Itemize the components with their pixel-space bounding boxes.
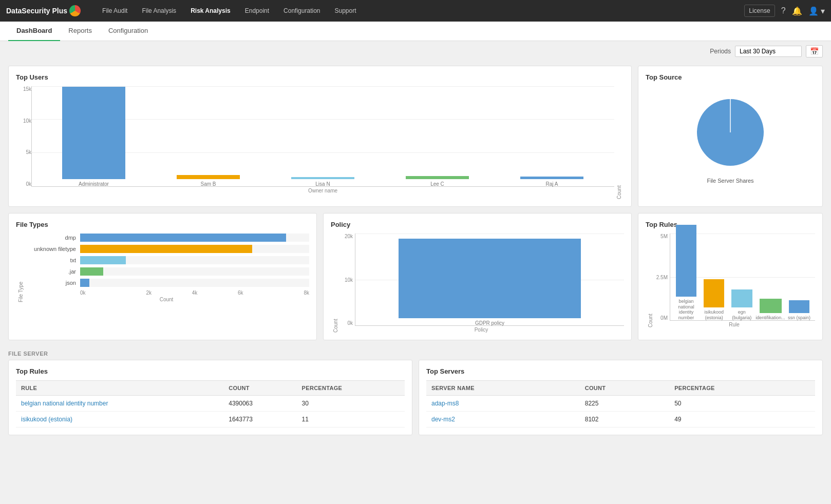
tr-table-count-1: 4390063 (223, 396, 296, 412)
period-input[interactable] (735, 46, 802, 57)
policy-y-axis-title: Count (333, 319, 338, 333)
top-users-title: Top Users (16, 73, 624, 81)
tr-table-col-pct: PERCENTAGE (297, 381, 405, 396)
tu-y-axis-title: Count (616, 185, 622, 199)
nav-file-audit[interactable]: File Audit (96, 4, 134, 17)
tr-x-axis-label: Rule (653, 322, 815, 327)
period-bar: Periods 📅 (0, 41, 831, 62)
tr-table-rule-2-link[interactable]: isikukood (estonia) (21, 416, 72, 423)
tu-bar-administrator (62, 87, 125, 179)
brand-name: DataSecurity Plus (6, 7, 67, 15)
tr-table-rule-1-link[interactable]: belgian national identity number (21, 400, 108, 407)
top-servers-table: SERVER NAME COUNT PERCENTAGE adap-ms8 82… (426, 380, 815, 428)
tr-xlabel-isiku: isikukood (estonia) (700, 309, 728, 321)
brand-logo[interactable]: DataSecurity Plus (6, 5, 81, 16)
policy-card: Policy Count 20k 10k 0k (323, 213, 632, 340)
policy-x-axis-label: Policy (338, 327, 624, 333)
ft-bar-unknown: unknown filetype (24, 245, 309, 253)
calendar-button[interactable]: 📅 (806, 45, 823, 57)
ft-bar-txt: txt (24, 256, 309, 264)
top-row: Top Users 15k 10k 5k 0k (8, 66, 823, 207)
top-rules-table: RULE COUNT PERCENTAGE belgian national i… (16, 380, 405, 428)
tu-ylabel-0k: 0k (26, 181, 31, 187)
pie-chart-label: File Server Shares (707, 178, 753, 184)
tr-y-axis-title: Count (648, 314, 653, 327)
ft-y-axis-title: File Type (18, 282, 24, 302)
tr-table-pct-1: 30 (297, 396, 405, 412)
table-row: adap-ms8 8225 50 (426, 396, 815, 412)
ts-table-pct-1: 50 (669, 396, 815, 412)
ts-table-col-server: SERVER NAME (426, 381, 580, 396)
top-servers-table-title: Top Servers (426, 367, 815, 375)
ts-table-server-1: adap-ms8 (426, 396, 580, 412)
tr-xlabel-ident: identifikation... (756, 315, 785, 321)
nav-endpoint[interactable]: Endpoint (239, 4, 275, 17)
ts-table-count-2: 8102 (580, 412, 669, 428)
brand-icon (69, 5, 81, 16)
period-label: Periods (710, 48, 731, 55)
tr-xlabel-ssn: ssn (spain) (788, 315, 810, 321)
nav-file-analysis[interactable]: File Analysis (136, 4, 182, 17)
tr-table-rule-2: isikukood (estonia) (16, 412, 223, 428)
license-button[interactable]: License (744, 5, 775, 17)
top-navigation: DataSecurity Plus File Audit File Analys… (0, 0, 831, 22)
tu-xlabel-leec: Lee C (430, 181, 444, 187)
tr-xlabel-egn: egn (bulgaria) (728, 309, 756, 321)
table-row: belgian national identity number 4390063… (16, 396, 405, 412)
nav-right-area: License ? 🔔 👤 ▾ (744, 5, 825, 17)
tu-ylabel-15k: 15k (23, 86, 31, 92)
top-rules-chart-title: Top Rules (646, 221, 815, 228)
top-users-card: Top Users 15k 10k 5k 0k (8, 66, 632, 207)
tu-xlabel-lisan: Lisa N (315, 181, 330, 187)
tr-table-pct-2: 11 (297, 412, 405, 428)
nav-menu: File Audit File Analysis Risk Analysis E… (96, 4, 744, 17)
policy-title: Policy (331, 221, 624, 228)
table-row: dev-ms2 8102 49 (426, 412, 815, 428)
tr-table-col-count: COUNT (223, 381, 296, 396)
policy-bar-gdpr (399, 239, 580, 318)
ts-table-server-1-link[interactable]: adap-ms8 (431, 400, 459, 407)
file-server-section-label: FILE SERVER (8, 346, 823, 360)
nav-support[interactable]: Support (329, 4, 363, 17)
ft-bar-json: json (24, 279, 309, 287)
pie-chart-container: File Server Shares (646, 86, 815, 189)
top-rules-chart-card: Top Rules Count 5M 2.5M 0M (638, 213, 823, 340)
tu-ylabel-5k: 5k (26, 149, 31, 155)
nav-risk-analysis[interactable]: Risk Analysis (184, 4, 237, 17)
tr-bar-egn (731, 289, 752, 307)
top-rules-chart: Count 5M 2.5M 0M belgian n (646, 234, 815, 327)
bottom-row: Top Rules RULE COUNT PERCENTAGE belgian … (8, 360, 823, 435)
bell-icon[interactable]: 🔔 (792, 6, 802, 16)
ft-bar-jar: .jar (24, 267, 309, 276)
ts-table-pct-2: 49 (669, 412, 815, 428)
top-rules-table-card: Top Rules RULE COUNT PERCENTAGE belgian … (8, 360, 412, 435)
subnav-dashboard[interactable]: DashBoard (8, 22, 60, 41)
policy-chart: Count 20k 10k 0k GDPR poli (331, 234, 624, 333)
mid-row: File Types File Type dmp (8, 213, 823, 340)
table-row: isikukood (estonia) 1643773 11 (16, 412, 405, 428)
ft-x-axis-label: Count (24, 297, 309, 302)
tr-xlabel-belgian: belgian national identity number (672, 299, 700, 321)
top-users-chart: 15k 10k 5k 0k Administrator (16, 86, 624, 199)
tr-table-rule-1: belgian national identity number (16, 396, 223, 412)
pie-chart-svg (689, 91, 771, 173)
tr-table-count-2: 1643773 (223, 412, 296, 428)
ft-bar-dmp: dmp (24, 234, 309, 242)
tr-bar-ident (760, 299, 782, 313)
file-types-title: File Types (16, 221, 309, 228)
top-source-card: Top Source File Server Shares (638, 66, 823, 207)
user-icon[interactable]: 👤 ▾ (808, 6, 825, 16)
subnav-reports[interactable]: Reports (60, 22, 100, 41)
subnav-configuration[interactable]: Configuration (100, 22, 156, 41)
ts-table-col-pct: PERCENTAGE (669, 381, 815, 396)
nav-configuration[interactable]: Configuration (277, 4, 326, 17)
tu-ylabel-10k: 10k (23, 118, 31, 124)
policy-xlabel-gdpr: GDPR policy (475, 320, 504, 326)
ts-table-server-2: dev-ms2 (426, 412, 580, 428)
help-icon[interactable]: ? (781, 6, 786, 15)
ts-table-server-2-link[interactable]: dev-ms2 (431, 416, 455, 423)
tr-bar-belgian (676, 225, 697, 297)
tu-bar-lisan (291, 177, 354, 179)
tu-xlabel-samb: Sam B (200, 181, 216, 187)
file-types-chart: File Type dmp unknown filetype (16, 234, 309, 302)
